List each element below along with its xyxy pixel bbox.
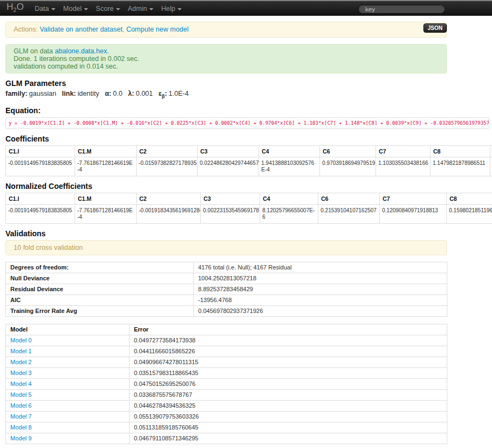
status-box: GLM on data abalone.data.hex. Done. 1 it… bbox=[5, 44, 447, 73]
actions-separator: , bbox=[122, 26, 124, 33]
cross-validation-models-table: Model Error Model 0 0.04972773584173938 … bbox=[5, 324, 447, 444]
validations-title: Validations bbox=[5, 229, 447, 238]
table-row: -0.0019149579183835805 -7.76186712814661… bbox=[6, 204, 492, 223]
caret-down-icon bbox=[177, 8, 182, 10]
table-row: Model 5 0.0336875575678767 bbox=[6, 389, 447, 400]
cross-validation-note: 10 fold cross validation bbox=[5, 240, 447, 255]
table-row: Model 8 0.051131859185760645 bbox=[6, 422, 447, 433]
caret-down-icon bbox=[149, 8, 153, 10]
status-line-3: validations computed in 0.014 sec. bbox=[14, 63, 439, 70]
dataset-link[interactable]: abalone.data.hex bbox=[55, 47, 107, 55]
caret-down-icon bbox=[84, 8, 88, 10]
validate-dataset-link[interactable]: Validate on another dataset bbox=[40, 26, 122, 33]
menu-data[interactable]: Data bbox=[31, 1, 59, 16]
table-header-row: Model Error bbox=[6, 324, 447, 335]
stat-label: Null Deviance bbox=[6, 273, 194, 284]
model-link[interactable]: Model 4 bbox=[10, 381, 32, 387]
caret-down-icon bbox=[116, 8, 120, 10]
menu-score[interactable]: Score bbox=[92, 1, 124, 16]
table-row: AIC -13956.4768 bbox=[6, 294, 447, 305]
model-link[interactable]: Model 9 bbox=[10, 435, 32, 441]
model-error: 0.04462784394536325 bbox=[130, 400, 447, 411]
model-error: 0.04750152695250076 bbox=[130, 378, 447, 389]
coefficients-table: C1.I C1.M C2 C3 C4 C6 C7 C8 -0.001914957… bbox=[5, 145, 492, 176]
table-row: Model 1 0.04411666015865226 bbox=[6, 346, 447, 357]
stat-label: Residual Deviance bbox=[6, 284, 194, 294]
table-header-row: C1.I C1.M C2 C3 C4 C6 C7 C8 bbox=[6, 193, 492, 204]
table-header-row: C1.I C1.M C2 C3 C4 C6 C7 C8 bbox=[6, 145, 492, 157]
stat-value: -13956.4768 bbox=[194, 294, 447, 305]
table-row: -0.0019149579183835805 -7.76186712814661… bbox=[6, 157, 492, 176]
actions-label: Actions: bbox=[14, 26, 38, 33]
table-row: Model 3 0.035157983118865435 bbox=[6, 367, 447, 378]
model-link[interactable]: Model 7 bbox=[10, 413, 32, 420]
validation-stats-table: Degrees of freedom: 4176 total (i.e. Nul… bbox=[5, 262, 447, 317]
model-link[interactable]: Model 0 bbox=[10, 337, 32, 343]
model-error: 0.055139079753603326 bbox=[130, 411, 447, 422]
model-error: 0.04972773584173938 bbox=[130, 335, 447, 346]
actions-bar: Actions: Validate on another dataset, Co… bbox=[5, 22, 447, 38]
menu-help[interactable]: Help bbox=[157, 1, 186, 16]
glm-parameters-title: GLM Parameters bbox=[5, 79, 447, 88]
navbar: H2O Data Model Score Admin Help bbox=[0, 0, 492, 16]
compute-model-link[interactable]: Compute new model bbox=[126, 26, 189, 33]
table-row: Model 7 0.055139079753603326 bbox=[6, 411, 447, 422]
clipped-column bbox=[490, 145, 492, 157]
main-content: Actions: Validate on another dataset, Co… bbox=[5, 22, 447, 444]
model-error: 0.04411666015865226 bbox=[130, 346, 447, 357]
table-row: Model 6 0.04462784394536325 bbox=[6, 400, 447, 411]
equation-title: Equation: bbox=[5, 106, 447, 115]
table-row: Model 0 0.04972773584173938 bbox=[6, 335, 447, 346]
glm-parameters-values: family:gaussian link:identity α:0.0 λ:0.… bbox=[5, 90, 447, 101]
normalized-coefficients-table: C1.I C1.M C2 C3 C4 C6 C7 C8 -0.001914957… bbox=[5, 193, 492, 224]
clipped-cell bbox=[490, 157, 492, 176]
model-error: 0.046791108571346295 bbox=[130, 433, 447, 444]
model-link[interactable]: Model 2 bbox=[10, 359, 32, 365]
normalized-coefficients-title: Normalized Coefficients bbox=[5, 182, 447, 191]
status-line-2: Done. 1 iterations computed in 0.002 sec… bbox=[14, 55, 439, 63]
menu-admin[interactable]: Admin bbox=[124, 1, 157, 16]
model-link[interactable]: Model 5 bbox=[10, 391, 32, 398]
table-row: Model 9 0.046791108571346295 bbox=[6, 433, 447, 444]
caret-down-icon bbox=[51, 8, 56, 10]
table-row: Degrees of freedom: 4176 total (i.e. Nul… bbox=[6, 262, 447, 273]
model-error: 0.035157983118865435 bbox=[130, 367, 447, 378]
table-row: Training Error Rate Avg 0.04569780293737… bbox=[6, 305, 447, 316]
model-link[interactable]: Model 6 bbox=[10, 402, 32, 409]
stat-label: Training Error Rate Avg bbox=[6, 305, 194, 316]
table-row: Model 4 0.04750152695250076 bbox=[6, 378, 447, 389]
equation-code: y = -0.0019*x[C1.I] + -0.0008*x[C1.M] + … bbox=[5, 117, 489, 129]
stat-label: Degrees of freedom: bbox=[6, 262, 194, 273]
stat-value: 1004.2502813057218 bbox=[194, 273, 447, 284]
model-error: 0.0336875575678767 bbox=[130, 389, 447, 400]
model-error: 0.049096674278011315 bbox=[130, 357, 447, 367]
coefficients-title: Coefficients bbox=[5, 134, 447, 143]
table-row: Null Deviance 1004.2502813057218 bbox=[6, 273, 447, 284]
model-error: 0.051131859185760645 bbox=[130, 422, 447, 433]
stat-value: 0.045697802937371926 bbox=[194, 305, 447, 316]
stat-value: 4176 total (i.e. Null); 4167 Residual bbox=[194, 262, 447, 273]
json-button[interactable]: JSON bbox=[423, 23, 447, 33]
table-row: Model 2 0.049096674278011315 bbox=[6, 357, 447, 367]
model-link[interactable]: Model 3 bbox=[10, 370, 32, 376]
model-link[interactable]: Model 8 bbox=[10, 424, 32, 431]
model-link[interactable]: Model 1 bbox=[10, 348, 32, 354]
h2o-logo[interactable]: H2O bbox=[7, 0, 24, 17]
menu-model[interactable]: Model bbox=[59, 1, 92, 16]
status-line-1: GLM on data abalone.data.hex. bbox=[14, 47, 439, 55]
stat-label: AIC bbox=[6, 294, 194, 305]
key-search-input[interactable] bbox=[358, 4, 445, 14]
table-row: Residual Deviance 8.892537283458429 bbox=[6, 284, 447, 294]
stat-value: 8.892537283458429 bbox=[194, 284, 447, 294]
